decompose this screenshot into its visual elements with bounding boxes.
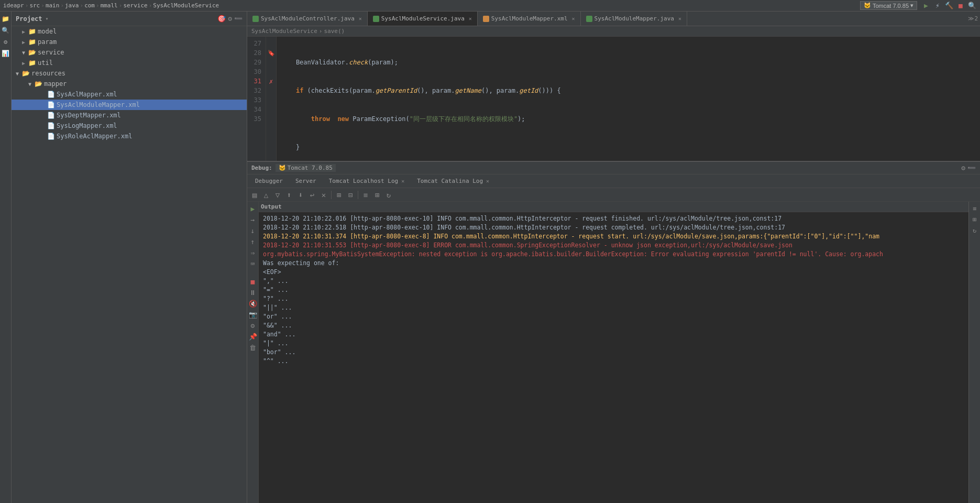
dbg-icon-mute[interactable]: 🔇 bbox=[248, 299, 258, 308]
breadcrumb-service: service bbox=[123, 2, 147, 9]
right-icon-2[interactable]: ⊞ bbox=[970, 215, 979, 224]
debug-tomcat-tag[interactable]: 🐱 Tomcat 7.0.85 bbox=[276, 164, 336, 172]
line-num-33: 33 bbox=[249, 95, 261, 105]
breadcrumb-class: SysAclModuleService bbox=[153, 2, 219, 9]
breadcrumb-src: src bbox=[29, 2, 40, 9]
collapse-icon[interactable]: ➖ bbox=[234, 15, 243, 23]
debug-run-button[interactable]: ⚡ bbox=[933, 1, 942, 10]
log-line-10: "?" ... bbox=[263, 294, 964, 303]
tree-item-service[interactable]: ▼ 📂 service bbox=[12, 47, 247, 58]
tab-icon-service bbox=[373, 16, 379, 22]
dbg-icon-step-into[interactable]: ↓ bbox=[248, 226, 258, 235]
left-sidebar-icons: 📁 🔍 ⚙ 📊 bbox=[0, 12, 12, 503]
debug-tomcat-icon: 🐱 bbox=[279, 165, 286, 171]
tab-mapper-xml[interactable]: SysAclModuleMapper.xml ✕ bbox=[478, 12, 581, 26]
debug-minimize-icon[interactable]: ➖ bbox=[967, 164, 976, 172]
debug-tab-localhost-log[interactable]: Tomcat Localhost Log ✕ bbox=[323, 176, 410, 187]
tree-item-model[interactable]: ▶ 📁 model bbox=[12, 26, 247, 37]
tab-controller[interactable]: SysAclModuleController.java ✕ bbox=[247, 12, 368, 26]
tab-close-mapper-xml[interactable]: ✕ bbox=[572, 16, 575, 21]
tools-separator-2 bbox=[358, 191, 358, 199]
build-button[interactable]: 🔨 bbox=[944, 1, 954, 10]
tab-icon-mapper-java bbox=[586, 16, 592, 22]
run-button[interactable]: ▶ bbox=[921, 1, 931, 10]
settings-icon[interactable]: ⚙ bbox=[228, 15, 232, 23]
tree-item-sysroleaclmapper[interactable]: 📄 SysRoleAclMapper.xml bbox=[12, 131, 247, 141]
project-title: Project bbox=[16, 15, 42, 23]
tree-item-syslogmapper[interactable]: 📄 SysLogMapper.xml bbox=[12, 121, 247, 131]
tree-label-service: service bbox=[38, 49, 64, 56]
debug-tab-close-catalina[interactable]: ✕ bbox=[486, 178, 489, 184]
tomcat-button[interactable]: 🐱 Tomcat 7.0.85 ▾ bbox=[860, 1, 917, 10]
search-button[interactable]: 🔍 bbox=[967, 1, 977, 10]
tab-icon-controller bbox=[252, 16, 259, 22]
breadcrumb-java: java bbox=[65, 2, 79, 9]
dbg-icon-pause[interactable]: ⏸ bbox=[248, 288, 258, 297]
dtool-table2[interactable]: ⊟ bbox=[345, 190, 356, 200]
dtool-list[interactable]: ≡ bbox=[360, 190, 371, 200]
sidebar-icon-3[interactable]: ⚙ bbox=[1, 37, 11, 47]
dbg-icon-step-over[interactable]: → bbox=[248, 215, 258, 224]
folder-icon-mapper: 📂 bbox=[35, 80, 42, 88]
debug-tools-row: ▤ △ ▽ ⬆ ⬇ ↩ ✕ ⊞ ⊟ ≡ ⊞ ↻ bbox=[247, 188, 980, 202]
dbg-icon-trash[interactable]: 🗑 bbox=[248, 343, 258, 352]
output-content[interactable]: 2018-12-20 21:10:22.016 [http-apr-8080-e… bbox=[259, 212, 968, 503]
line-num-27: 27 bbox=[249, 39, 261, 48]
file-icon-xml4: 📄 bbox=[47, 122, 55, 129]
right-controls: 🐱 Tomcat 7.0.85 ▾ ▶ ⚡ 🔨 ■ 🔍 bbox=[860, 1, 977, 10]
dbg-icon-pin[interactable]: 📌 bbox=[248, 332, 258, 341]
tree-item-sysaclmodulemapper[interactable]: 📄 SysAclModuleMapper.xml bbox=[12, 100, 247, 110]
debug-tab-catalina-log[interactable]: Tomcat Catalina Log ✕ bbox=[411, 176, 495, 187]
right-icon-3[interactable]: ↻ bbox=[970, 226, 979, 235]
dtool-wrap[interactable]: ↩ bbox=[307, 190, 317, 200]
tree-item-param[interactable]: ▶ 📁 param bbox=[12, 37, 247, 47]
tree-item-mapper-folder[interactable]: ▼ 📂 mapper bbox=[12, 79, 247, 89]
dtool-up[interactable]: △ bbox=[261, 190, 271, 200]
debug-tab-label-server: Server bbox=[295, 178, 316, 184]
sidebar-icon-2[interactable]: 🔍 bbox=[1, 25, 11, 36]
tab-close-mapper-java[interactable]: ✕ bbox=[678, 16, 681, 21]
dtool-clear[interactable]: ✕ bbox=[318, 190, 329, 200]
tree-item-resources[interactable]: ▼ 📂 resources bbox=[12, 68, 247, 79]
dbg-icon-settings2[interactable]: ⚙ bbox=[248, 321, 258, 330]
sidebar-icon-1[interactable]: 📁 bbox=[1, 14, 11, 24]
dbg-icon-evaluate[interactable]: ⌨ bbox=[248, 259, 258, 268]
dtool-table[interactable]: ⊞ bbox=[334, 190, 344, 200]
debug-tab-debugger[interactable]: Debugger bbox=[249, 176, 289, 187]
log-line-2: 2018-12-20 21:10:22.518 [http-apr-8080-e… bbox=[263, 223, 964, 232]
dtool-down2[interactable]: ⬇ bbox=[295, 190, 306, 200]
tab-close-service[interactable]: ✕ bbox=[469, 16, 472, 21]
locate-icon[interactable]: 🎯 bbox=[217, 15, 226, 23]
debug-settings-icon[interactable]: ⚙ bbox=[961, 164, 965, 172]
top-bar: ideapr › src › main › java › com › mmall… bbox=[0, 0, 980, 12]
right-icon-1[interactable]: ≡ bbox=[970, 204, 979, 213]
sidebar-icon-4[interactable]: 📊 bbox=[1, 48, 11, 59]
debug-tabs-bar: Debugger Server Tomcat Localhost Log ✕ T… bbox=[247, 174, 980, 188]
dtool-refresh[interactable]: ↻ bbox=[383, 190, 394, 200]
stop-button[interactable]: ■ bbox=[956, 1, 965, 10]
project-dropdown-icon: ▾ bbox=[46, 16, 49, 21]
gutter-28: 🔖 bbox=[266, 48, 276, 58]
dtool-grid[interactable]: ⊞ bbox=[372, 190, 382, 200]
tab-close-controller[interactable]: ✕ bbox=[359, 16, 362, 21]
dbg-icon-stop[interactable]: ■ bbox=[248, 277, 258, 286]
dbg-icon-camera[interactable]: 📷 bbox=[248, 310, 258, 319]
log-line-1: 2018-12-20 21:10:22.016 [http-apr-8080-e… bbox=[263, 214, 964, 223]
debug-tab-close-localhost[interactable]: ✕ bbox=[401, 178, 404, 184]
dbg-icon-resume[interactable]: ▶ bbox=[248, 204, 258, 213]
tab-mapper-java[interactable]: SysAclModuleMapper.java ✕ bbox=[581, 12, 687, 26]
tree-item-sysdeptmapper[interactable]: 📄 SysDeptMapper.xml bbox=[12, 110, 247, 121]
code-content[interactable]: BeanValidator.check(param); if (checkExi… bbox=[277, 37, 980, 161]
tree-item-util[interactable]: ▶ 📁 util bbox=[12, 58, 247, 68]
debug-toolbar: Debug: 🐱 Tomcat 7.0.85 ⚙ ➖ bbox=[247, 162, 980, 174]
breadcrumb-mmall: mmall bbox=[101, 2, 118, 9]
dtool-up2[interactable]: ⬆ bbox=[284, 190, 294, 200]
tab-service[interactable]: SysAclModuleService.java ✕ bbox=[368, 12, 478, 26]
dtool-down[interactable]: ▽ bbox=[272, 190, 283, 200]
dbg-icon-step-out[interactable]: ↑ bbox=[248, 237, 258, 246]
dbg-icon-run-to-cursor[interactable]: ⇒ bbox=[248, 248, 258, 257]
dtool-filter[interactable]: ▤ bbox=[249, 190, 260, 200]
debug-tab-server[interactable]: Server bbox=[290, 176, 322, 187]
tree-item-sysaclmapper[interactable]: 📄 SysAclMapper.xml bbox=[12, 89, 247, 100]
log-line-16: "bor" ... bbox=[263, 348, 964, 357]
